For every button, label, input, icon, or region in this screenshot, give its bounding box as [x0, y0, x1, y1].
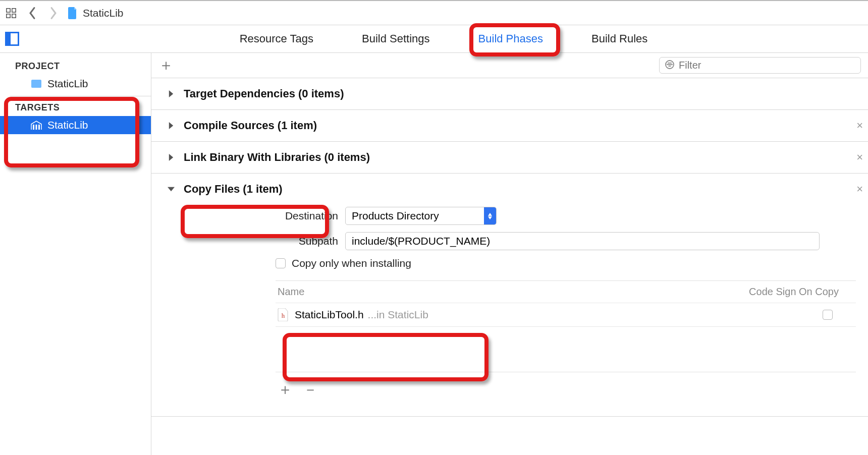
tab-build-settings[interactable]: Build Settings	[358, 27, 434, 50]
disclosure-right-icon[interactable]	[167, 153, 176, 162]
related-items-icon[interactable]	[4, 6, 18, 20]
table-empty-area	[276, 327, 856, 372]
codesign-checkbox[interactable]	[823, 310, 833, 320]
sidebar-item-label: StaticLib	[47, 119, 88, 131]
sidebar-heading-project: PROJECT	[0, 58, 151, 75]
subpath-input[interactable]	[345, 232, 820, 250]
disclosure-right-icon[interactable]	[167, 121, 176, 130]
file-name-label: StaticLibTool.h	[295, 309, 364, 321]
project-targets-sidebar: PROJECT StaticLib TARGETS StaticLib	[0, 53, 151, 455]
svg-rect-5	[33, 125, 34, 130]
tab-build-phases[interactable]: Build Phases	[474, 27, 547, 50]
file-location-label: ...in StaticLib	[368, 309, 428, 321]
svg-rect-0	[7, 8, 10, 12]
header-file-icon: h	[278, 308, 289, 321]
table-col-name: Name	[278, 286, 743, 298]
svg-rect-7	[38, 125, 40, 130]
tab-resource-tags[interactable]: Resource Tags	[236, 27, 317, 50]
remove-phase-button[interactable]: ×	[856, 183, 863, 196]
filter-icon	[665, 60, 675, 71]
build-phases-content: ＋ Target Dependencies (0 items)	[151, 53, 868, 455]
select-arrows-icon	[484, 207, 496, 225]
disclosure-down-icon[interactable]	[167, 185, 176, 194]
copy-files-table: Name Code Sign On Copy h StaticLibTool.h…	[276, 280, 856, 407]
svg-rect-6	[36, 125, 37, 130]
filter-input[interactable]	[679, 60, 855, 71]
copy-files-body: Destination Products Directory Subpath	[167, 196, 856, 407]
tab-build-rules[interactable]: Build Rules	[587, 27, 652, 50]
table-row[interactable]: h StaticLibTool.h ...in StaticLib	[276, 303, 856, 327]
copy-only-label: Copy only when installing	[292, 257, 411, 269]
phase-link-binary: Link Binary With Libraries (0 items) ×	[151, 142, 868, 174]
phase-title: Compile Sources (1 item)	[184, 119, 317, 132]
editor-tab-bar: Resource Tags Build Settings Build Phase…	[0, 25, 868, 53]
destination-select[interactable]: Products Directory	[345, 207, 497, 225]
phase-title: Copy Files (1 item)	[184, 183, 283, 196]
destination-value: Products Directory	[352, 210, 439, 222]
breadcrumb[interactable]: StaticLib	[68, 7, 124, 19]
subpath-label: Subpath	[267, 235, 338, 247]
phase-title: Link Binary With Libraries (0 items)	[184, 151, 370, 164]
nav-forward-button[interactable]	[46, 6, 61, 20]
xcode-project-icon	[30, 78, 42, 90]
svg-rect-4	[31, 80, 41, 88]
table-col-codesign: Code Sign On Copy	[743, 286, 854, 298]
sidebar-item-target[interactable]: StaticLib	[0, 116, 151, 134]
sidebar-toggle-icon[interactable]	[5, 32, 19, 46]
editor-tabs: Resource Tags Build Settings Build Phase…	[19, 27, 868, 50]
phase-compile-sources: Compile Sources (1 item) ×	[151, 110, 868, 142]
svg-rect-3	[12, 14, 16, 17]
remove-phase-button[interactable]: ×	[856, 119, 863, 132]
phases-actions-row: ＋	[151, 53, 868, 78]
destination-label: Destination	[267, 210, 338, 222]
breadcrumb-file-label: StaticLib	[83, 7, 124, 19]
sidebar-item-project[interactable]: StaticLib	[0, 75, 151, 93]
sidebar-divider	[10, 96, 151, 96]
add-phase-button[interactable]: ＋	[158, 55, 174, 76]
xcode-project-file-icon	[68, 7, 78, 19]
svg-rect-1	[12, 8, 16, 12]
sidebar-item-label: StaticLib	[47, 78, 88, 90]
svg-text:h: h	[282, 312, 285, 319]
remove-phase-button[interactable]: ×	[856, 151, 863, 164]
phases-filter[interactable]	[659, 57, 861, 74]
phase-title: Target Dependencies (0 items)	[184, 87, 344, 100]
copy-only-checkbox[interactable]	[276, 258, 286, 268]
breadcrumb-toolbar: StaticLib	[0, 0, 868, 25]
phase-target-dependencies: Target Dependencies (0 items)	[151, 78, 868, 110]
phase-copy-files: Copy Files (1 item) × Destination Produc…	[151, 174, 868, 417]
sidebar-heading-targets: TARGETS	[0, 99, 151, 116]
svg-rect-2	[7, 14, 10, 17]
library-target-icon	[30, 119, 42, 131]
remove-file-button[interactable]: －	[303, 379, 318, 400]
disclosure-right-icon[interactable]	[167, 89, 176, 98]
add-file-button[interactable]: ＋	[278, 379, 293, 400]
nav-back-button[interactable]	[25, 6, 39, 20]
